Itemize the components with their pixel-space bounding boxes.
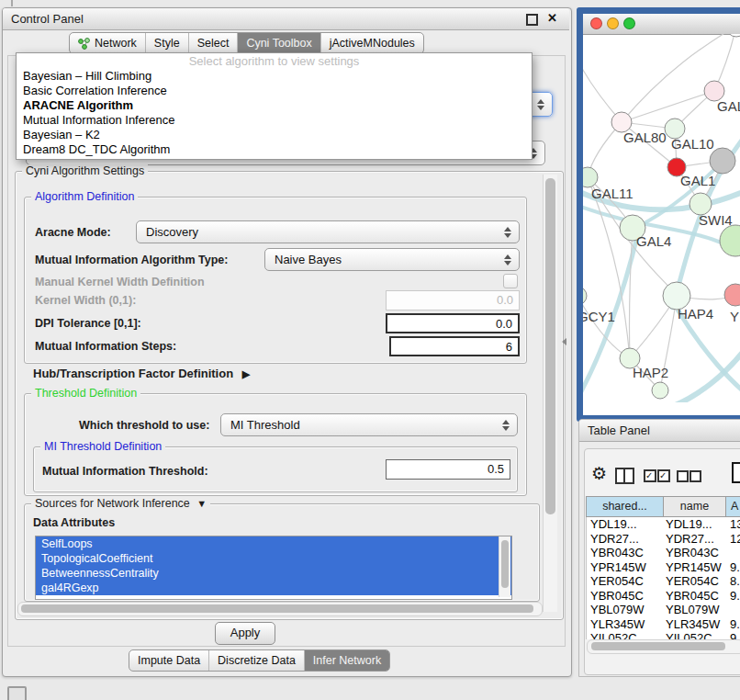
network-canvas[interactable]: GALGAL80GAL10GAL1GAL11SWI4GAL4GCY1HAP4YH…	[583, 34, 740, 402]
network-edge[interactable]	[629, 228, 633, 358]
table-row[interactable]: YBL079WYBL079W	[587, 603, 740, 617]
tab-jactivemnodules[interactable]: jActiveMNodules	[321, 33, 423, 53]
column-header-a[interactable]: A	[726, 497, 740, 517]
select-all-checkbox-icon[interactable]: ✓	[644, 469, 656, 482]
tab-network[interactable]: Network	[70, 33, 146, 53]
node-label-hap4: HAP4	[678, 306, 713, 322]
table-panel-titlebar[interactable]: Table Panel	[579, 420, 740, 442]
combo-stepper-icon	[537, 98, 545, 111]
combo-stepper-icon	[504, 226, 512, 239]
network-node[interactable]	[726, 34, 740, 37]
mi-threshold-legend: MI Threshold Definition	[40, 440, 165, 453]
node-label-y: Y	[730, 309, 739, 324]
deselect-checkbox2-icon[interactable]	[690, 470, 701, 482]
aracne-mode-combo[interactable]: Discovery	[136, 220, 520, 243]
panel-resize-handle[interactable]	[562, 338, 566, 345]
mi-type-combo[interactable]: Naive Bayes	[264, 248, 520, 271]
attribute-gal4rgexp[interactable]: gal4RGexp	[36, 581, 511, 595]
node-label-hap2: HAP2	[633, 365, 668, 380]
node-label-gcy1: GCY1	[583, 309, 615, 324]
new-table-icon[interactable]	[732, 462, 740, 483]
aracne-mode-value: Discovery	[146, 225, 198, 239]
kernel-width-field[interactable]: 0.0	[386, 290, 520, 310]
network-node[interactable]	[583, 287, 587, 305]
network-icon	[78, 38, 90, 50]
algorithm-option-bayesian-hill-climbing[interactable]: Bayesian – Hill Climbing	[17, 69, 532, 84]
close-icon[interactable]: ✕	[547, 11, 557, 25]
hub-section-label: Hub/Transcription Factor Definition	[33, 367, 233, 380]
network-node[interactable]	[652, 382, 668, 399]
network-node[interactable]	[710, 148, 735, 174]
mi-steps-label: Mutual Information Steps:	[35, 340, 176, 353]
network-window-titlebar[interactable]	[583, 14, 740, 35]
node-label-gal80: GAL80	[623, 130, 667, 145]
dpi-tolerance-field[interactable]: 0.0	[386, 313, 520, 333]
column-header-shared[interactable]: shared...	[587, 497, 664, 517]
which-threshold-value: MI Threshold	[230, 418, 300, 432]
minimized-panel-icon[interactable]	[7, 686, 27, 700]
expand-arrow-icon: ▶	[242, 368, 250, 379]
attribute-selfloops[interactable]: SelfLoops	[36, 536, 511, 551]
network-edge[interactable]	[583, 60, 622, 122]
tab-discretize-data[interactable]: Discretize Data	[209, 650, 305, 671]
mi-threshold-field[interactable]: 0.5	[386, 459, 510, 480]
algorithm-option-basic-correlation-inference[interactable]: Basic Correlation Inference	[17, 84, 532, 98]
attribute-list-scrollbar[interactable]	[499, 536, 510, 597]
kernel-width-label: Kernel Width (0,1):	[35, 294, 136, 307]
which-threshold-combo[interactable]: MI Threshold	[220, 413, 518, 436]
table-row[interactable]: YER054CYER054C8.	[587, 574, 740, 589]
apply-button[interactable]: Apply	[215, 622, 275, 645]
table-row[interactable]: YBR043CYBR043C	[587, 546, 740, 560]
control-panel-titlebar[interactable]: Control Panel ✕	[3, 8, 569, 30]
screen: Control Panel ✕ NetworkStyleSelectCyni T…	[0, 0, 740, 700]
mi-threshold-label: Mutual Information Threshold:	[42, 465, 208, 478]
deselect-checkbox-icon[interactable]	[677, 470, 689, 482]
tab-cyni-toolbox[interactable]: Cyni Toolbox	[238, 33, 320, 53]
algorithm-option-dream8-dc-tdc-algorithm[interactable]: Dream8 DC_TDC Algorithm	[17, 142, 532, 157]
table-row[interactable]: YLR345WYLR345W9.	[587, 617, 740, 632]
table-horizontal-scrollbar[interactable]	[587, 639, 740, 654]
attribute-betweennesscentrality[interactable]: BetweennessCentrality	[36, 566, 511, 581]
control-panel-tabs: NetworkStyleSelectCyni ToolboxjActiveMNo…	[69, 32, 424, 54]
sources-title: Sources for Network Inference	[35, 497, 190, 510]
table-panel-title: Table Panel	[588, 423, 650, 437]
float-window-icon[interactable]	[526, 14, 538, 26]
split-columns-icon[interactable]	[615, 468, 634, 484]
data-attributes-label: Data Attributes	[33, 516, 115, 529]
algorithm-placeholder: Select algorithm to view settings	[17, 53, 532, 69]
hub-section-toggle[interactable]: Hub/Transcription Factor Definition ▶	[33, 367, 250, 380]
gear-icon[interactable]: ⚙	[591, 463, 607, 484]
network-node[interactable]	[724, 284, 740, 306]
node-label-gal1: GAL1	[680, 173, 715, 188]
zoom-traffic-icon[interactable]	[623, 17, 635, 29]
close-traffic-icon[interactable]	[590, 17, 602, 29]
table-row[interactable]: YPR145WYPR145W9.	[587, 560, 740, 575]
node-label-gal4: GAL4	[636, 233, 671, 249]
tab-style[interactable]: Style	[146, 33, 189, 53]
combo-stepper-icon	[504, 254, 512, 266]
table-row[interactable]: YIL052CYIL052C9.	[587, 631, 740, 639]
tab-infer-network[interactable]: Infer Network	[305, 650, 389, 671]
tab-impute-data[interactable]: Impute Data	[129, 650, 209, 671]
algorithm-option-aracne-algorithm[interactable]: ARACNE Algorithm	[17, 98, 532, 113]
node-label-gal10: GAL10	[671, 136, 714, 152]
attribute-topologicalcoefficient[interactable]: TopologicalCoefficient	[36, 551, 511, 566]
column-header-name[interactable]: name	[664, 497, 726, 517]
minimize-traffic-icon[interactable]	[607, 17, 619, 29]
network-node[interactable]	[720, 225, 740, 256]
sources-legend[interactable]: Sources for Network Inference ▼	[31, 497, 210, 510]
tab-select[interactable]: Select	[189, 33, 239, 53]
algorithm-option-mutual-information-inference[interactable]: Mutual Information Inference	[17, 113, 532, 128]
algorithm-option-bayesian-k2[interactable]: Bayesian – K2	[17, 128, 532, 142]
table-row[interactable]: YDL19...YDL19...13	[587, 517, 740, 532]
manual-kernel-checkbox[interactable]	[503, 274, 518, 288]
settings-horizontal-scrollbar[interactable]	[17, 602, 543, 616]
combo-stepper-icon	[502, 419, 510, 432]
mi-steps-field[interactable]: 6	[389, 336, 520, 356]
window-edge-artifact	[11, 0, 13, 6]
settings-vertical-scrollbar[interactable]	[543, 175, 557, 612]
node-label-swi4: SWI4	[699, 212, 733, 228]
table-row[interactable]: YBR045CYBR045C9.	[587, 589, 740, 604]
select-all-checkbox2-icon[interactable]: ✓	[657, 469, 670, 482]
table-row[interactable]: YDR27...YDR27...12	[587, 532, 740, 547]
